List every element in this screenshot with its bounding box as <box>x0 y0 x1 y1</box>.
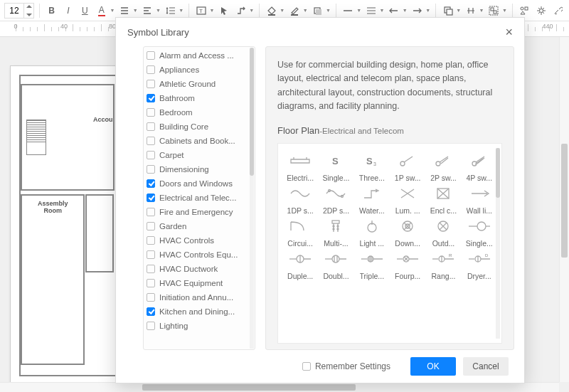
category-item[interactable]: HVAC Controls Equ... <box>145 248 249 262</box>
arrow-end-button[interactable] <box>410 2 424 19</box>
checkbox[interactable] <box>147 122 155 131</box>
category-item[interactable]: Garden <box>145 219 249 233</box>
underline-button[interactable]: U <box>78 2 92 19</box>
symbol-item[interactable]: RRang... <box>425 250 461 280</box>
category-item[interactable]: HVAC Equipment <box>145 276 249 290</box>
checkbox[interactable] <box>147 222 155 231</box>
checkbox[interactable] <box>147 151 155 159</box>
symbol-item[interactable]: Encl c... <box>425 185 461 215</box>
symbol-item[interactable]: 4P sw... <box>462 152 497 182</box>
symbol-item[interactable]: Water... <box>354 185 390 215</box>
group-button[interactable] <box>487 2 501 19</box>
checkbox[interactable] <box>147 194 155 202</box>
checkbox[interactable] <box>147 165 155 174</box>
checkbox[interactable] <box>147 65 155 74</box>
category-item[interactable]: Alarm and Access ... <box>145 48 249 63</box>
align-objects-button[interactable] <box>464 2 477 19</box>
symbol-item[interactable]: S3Three... <box>354 152 390 182</box>
category-item[interactable]: HVAC Ductwork <box>145 262 249 276</box>
category-item[interactable]: Building Core <box>145 120 249 134</box>
italic-button[interactable]: I <box>61 2 75 19</box>
category-item[interactable]: Athletic Ground <box>145 77 249 91</box>
symbol-item[interactable]: Doubl... <box>318 250 353 280</box>
category-item[interactable]: Appliances <box>145 63 249 77</box>
align-h-button[interactable] <box>117 2 131 19</box>
fill-color-button[interactable] <box>265 2 278 19</box>
symbol-item[interactable]: Fourp... <box>390 250 425 280</box>
line-style-button[interactable] <box>341 2 355 19</box>
category-item[interactable]: Bathroom <box>145 91 249 105</box>
line-spacing-button[interactable] <box>164 2 177 19</box>
ok-button[interactable]: OK <box>410 357 456 376</box>
font-size-input[interactable] <box>5 5 23 16</box>
category-item[interactable]: Initiation and Annu... <box>145 290 249 304</box>
symbol-item[interactable]: Multi-... <box>318 218 353 248</box>
connector-button[interactable] <box>234 2 248 19</box>
checkbox[interactable] <box>147 208 155 216</box>
checkbox[interactable] <box>147 51 155 60</box>
remember-settings-checkbox[interactable]: Remember Settings <box>302 361 390 371</box>
symbol-item[interactable]: Light ... <box>354 218 390 248</box>
font-size-stepper[interactable] <box>4 3 34 18</box>
horizontal-scrollbar[interactable] <box>0 382 559 392</box>
bold-button[interactable]: B <box>45 2 58 19</box>
category-item[interactable]: Electrical and Telec... <box>145 191 249 205</box>
symbol-item[interactable]: DDryer... <box>462 250 497 280</box>
symbol-item[interactable]: 1P sw... <box>390 152 425 182</box>
category-item[interactable]: Doors and Windows <box>145 176 249 191</box>
category-item[interactable]: Fire and Emergency <box>145 205 249 219</box>
checkbox[interactable] <box>147 80 155 88</box>
font-color-button[interactable]: A <box>95 2 108 19</box>
symbol-item[interactable]: Lum. ... <box>390 185 425 215</box>
symbol-item[interactable]: 2DP s... <box>318 185 353 215</box>
symbol-item[interactable]: Duple... <box>282 250 318 280</box>
font-size-spinner[interactable] <box>23 3 33 18</box>
symbol-scrollbar[interactable] <box>496 148 500 339</box>
checkbox[interactable] <box>147 108 155 117</box>
gear-icon[interactable] <box>534 2 548 19</box>
arrow-start-button[interactable] <box>387 2 400 19</box>
checkbox[interactable] <box>147 236 155 245</box>
symbol-item[interactable]: 1DP s... <box>282 185 318 215</box>
symbol-item[interactable]: Triple... <box>354 250 390 280</box>
symbol-item[interactable]: Circui... <box>282 218 318 248</box>
checkbox[interactable] <box>147 322 155 330</box>
category-item[interactable]: Cabinets and Book... <box>145 134 249 148</box>
category-item[interactable]: Lighting <box>145 319 249 333</box>
checkbox[interactable] <box>147 250 155 259</box>
category-item[interactable]: HVAC Controls <box>145 233 249 248</box>
symbol-item[interactable]: Outd... <box>425 218 461 248</box>
symbol-item[interactable]: Down... <box>390 218 425 248</box>
category-scrollbar[interactable] <box>250 48 254 349</box>
symbol-icon <box>394 218 421 235</box>
checkbox[interactable] <box>147 265 155 273</box>
symbol-library-button[interactable] <box>518 2 531 19</box>
category-item[interactable]: Bedroom <box>145 105 249 120</box>
textbox-button[interactable]: T <box>194 2 208 19</box>
bring-front-button[interactable] <box>441 2 454 19</box>
category-item[interactable]: Kitchen and Dining... <box>145 304 249 319</box>
line-color-button[interactable] <box>287 2 301 19</box>
checkbox[interactable] <box>147 279 155 287</box>
shadow-button[interactable] <box>311 2 324 19</box>
symbol-label: Down... <box>395 239 420 248</box>
vertical-scrollbar[interactable] <box>559 37 569 382</box>
align-v-button[interactable] <box>141 2 154 19</box>
symbol-item[interactable]: 2P sw... <box>425 152 461 182</box>
checkbox[interactable] <box>147 179 155 188</box>
symbol-item[interactable]: Wall li... <box>462 185 497 215</box>
symbol-item[interactable]: Single... <box>462 218 497 248</box>
category-item[interactable]: Dimensioning <box>145 162 249 176</box>
checkbox[interactable] <box>147 307 155 316</box>
symbol-item[interactable]: Electri... <box>282 152 318 182</box>
checkbox[interactable] <box>147 94 155 102</box>
checkbox[interactable] <box>147 293 155 302</box>
checkbox[interactable] <box>147 137 155 145</box>
cancel-button[interactable]: Cancel <box>463 357 509 376</box>
line-weight-button[interactable] <box>364 2 378 19</box>
category-item[interactable]: Carpet <box>145 148 249 162</box>
pointer-button[interactable] <box>217 2 230 19</box>
symbol-item[interactable]: SSingle... <box>318 152 353 182</box>
tools-icon[interactable] <box>551 2 564 19</box>
close-icon[interactable]: × <box>505 25 513 40</box>
